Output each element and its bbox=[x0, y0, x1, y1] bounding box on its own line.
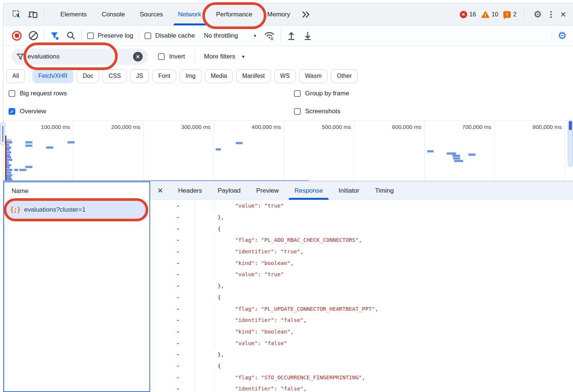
more-filters-button[interactable]: More filters ▼ bbox=[201, 53, 249, 60]
big-request-rows-label: Big request rows bbox=[20, 90, 67, 97]
request-bar bbox=[25, 166, 32, 168]
overview-toggle[interactable]: ✓ Overview bbox=[9, 108, 46, 115]
request-bar bbox=[454, 160, 463, 162]
warning-count: 10 bbox=[492, 11, 498, 18]
preserve-log-toggle[interactable]: Preserve log bbox=[84, 32, 136, 39]
invert-toggle[interactable]: Invert bbox=[155, 53, 189, 60]
group-by-frame-toggle[interactable]: Group by frame bbox=[294, 90, 349, 97]
response-code-line: -"value": "true" bbox=[150, 269, 573, 280]
fold-marker-icon[interactable]: - bbox=[150, 360, 194, 372]
detail-tab-headers[interactable]: Headers bbox=[170, 181, 210, 200]
tab-memory[interactable]: Memory bbox=[260, 3, 297, 25]
fold-marker-icon[interactable]: - bbox=[150, 303, 194, 314]
error-badge[interactable]: ✕ 16 bbox=[460, 11, 476, 18]
fold-marker-icon[interactable]: - bbox=[150, 257, 194, 269]
network-settings-gear-icon[interactable]: ⚙ bbox=[554, 30, 570, 42]
chip-js[interactable]: JS bbox=[130, 69, 149, 83]
fold-marker-icon[interactable]: - bbox=[150, 372, 194, 383]
clear-icon[interactable] bbox=[28, 31, 38, 41]
filter-funnel-icon[interactable] bbox=[50, 31, 60, 40]
close-devtools-icon[interactable]: ✕ bbox=[558, 10, 568, 19]
group-by-frame-label: Group by frame bbox=[305, 90, 349, 97]
main-tabs: ElementsConsoleSourcesNetworkPerformance… bbox=[53, 3, 314, 25]
fold-marker-icon[interactable]: - bbox=[150, 314, 194, 326]
chip-doc[interactable]: Doc bbox=[77, 69, 99, 83]
overview-right-grip[interactable] bbox=[568, 120, 573, 167]
detail-tabs: ✕ HeadersPayloadPreviewResponseInitiator… bbox=[150, 181, 573, 200]
inspect-cursor-icon[interactable] bbox=[9, 6, 25, 23]
time-tick-label: 400,000 ms bbox=[229, 124, 281, 130]
device-toolbar-icon[interactable] bbox=[25, 6, 41, 23]
chip-font[interactable]: Font bbox=[152, 69, 176, 83]
warning-badge[interactable]: 10 bbox=[481, 11, 498, 18]
big-request-rows-toggle[interactable]: Big request rows bbox=[9, 90, 67, 97]
invert-checkbox[interactable] bbox=[158, 53, 165, 60]
big-request-rows-checkbox[interactable] bbox=[9, 90, 15, 97]
clear-filter-icon[interactable]: ✕ bbox=[133, 52, 143, 61]
record-icon[interactable] bbox=[12, 31, 22, 41]
group-by-frame-checkbox[interactable] bbox=[294, 90, 301, 97]
filter-input-pill[interactable]: evaluations ✕ bbox=[12, 48, 148, 65]
settings-gear-icon[interactable]: ⚙ bbox=[532, 6, 544, 23]
overview-left-grip[interactable] bbox=[0, 122, 5, 145]
tab-console[interactable]: Console bbox=[94, 3, 132, 25]
fold-marker-icon[interactable]: - bbox=[150, 234, 194, 246]
filter-input[interactable]: evaluations bbox=[28, 53, 129, 60]
detail-tab-response[interactable]: Response bbox=[286, 181, 331, 200]
response-body-viewer[interactable]: -"value": "true"-},-{-"flag": "PL_ADD_RB… bbox=[150, 200, 573, 392]
tab-performance[interactable]: Performance bbox=[209, 3, 260, 25]
response-code-line: -"value": "false" bbox=[150, 337, 573, 349]
close-detail-icon[interactable]: ✕ bbox=[150, 186, 170, 195]
gridline bbox=[143, 121, 144, 181]
fold-marker-icon[interactable]: - bbox=[150, 292, 194, 303]
fold-marker-icon[interactable]: - bbox=[150, 246, 194, 257]
issues-badge[interactable]: ! 2 bbox=[503, 11, 516, 18]
divider bbox=[194, 50, 195, 63]
network-conditions-icon[interactable]: ⚙ bbox=[264, 31, 275, 41]
chip-img[interactable]: Img bbox=[180, 69, 202, 83]
chip-manifest[interactable]: Manifest bbox=[236, 69, 270, 83]
chip-all[interactable]: All bbox=[6, 69, 25, 83]
throttling-caret-icon: ▼ bbox=[253, 34, 257, 38]
network-overview-timeline[interactable]: 100,000 ms200,000 ms300,000 ms400,000 ms… bbox=[3, 120, 573, 181]
overview-checkbox[interactable]: ✓ bbox=[9, 108, 15, 115]
fold-marker-icon[interactable]: - bbox=[150, 212, 194, 223]
detail-tab-initiator[interactable]: Initiator bbox=[331, 181, 367, 200]
disable-cache-checkbox[interactable] bbox=[145, 32, 151, 39]
chip-css[interactable]: CSS bbox=[102, 69, 127, 83]
export-har-icon[interactable] bbox=[303, 31, 313, 41]
more-tabs-chevron-icon[interactable] bbox=[301, 11, 310, 18]
fold-marker-icon[interactable]: - bbox=[150, 280, 194, 292]
detail-tab-preview[interactable]: Preview bbox=[248, 181, 286, 200]
fold-marker-icon[interactable]: - bbox=[150, 269, 194, 280]
request-row[interactable]: {;}evaluations?cluster=1 bbox=[6, 201, 148, 219]
request-name: evaluations?cluster=1 bbox=[24, 206, 86, 214]
throttling-select[interactable]: No throttling ▼ bbox=[200, 32, 260, 39]
detail-tab-payload[interactable]: Payload bbox=[210, 181, 248, 200]
tab-network[interactable]: Network bbox=[171, 3, 209, 25]
fold-marker-icon[interactable]: - bbox=[150, 326, 194, 338]
request-bar bbox=[25, 145, 32, 147]
search-icon[interactable] bbox=[66, 31, 76, 40]
screenshots-checkbox[interactable] bbox=[294, 108, 301, 115]
preserve-log-checkbox[interactable] bbox=[87, 32, 94, 39]
tab-sources[interactable]: Sources bbox=[132, 3, 170, 25]
fold-marker-icon[interactable]: - bbox=[150, 349, 194, 360]
fold-marker-icon[interactable]: - bbox=[150, 200, 194, 212]
detail-tab-timing[interactable]: Timing bbox=[367, 181, 401, 200]
fold-marker-icon[interactable]: - bbox=[150, 383, 194, 392]
tab-elements[interactable]: Elements bbox=[53, 3, 94, 25]
chip-other[interactable]: Other bbox=[331, 69, 358, 83]
chip-fetch-xhr[interactable]: Fetch/XHR bbox=[32, 69, 73, 83]
fold-marker-icon[interactable]: - bbox=[150, 223, 194, 234]
chip-ws[interactable]: WS bbox=[274, 69, 296, 83]
three-dot-menu-icon[interactable] bbox=[549, 10, 553, 19]
fold-marker-icon[interactable]: - bbox=[150, 337, 194, 349]
import-har-icon[interactable] bbox=[286, 31, 296, 41]
chip-wasm[interactable]: Wasm bbox=[299, 69, 328, 83]
chip-media[interactable]: Media bbox=[205, 69, 233, 83]
screenshots-toggle[interactable]: Screenshots bbox=[294, 108, 341, 115]
error-icon: ✕ bbox=[460, 11, 467, 18]
disable-cache-toggle[interactable]: Disable cache bbox=[141, 32, 198, 39]
name-column-header[interactable]: Name bbox=[4, 182, 149, 200]
